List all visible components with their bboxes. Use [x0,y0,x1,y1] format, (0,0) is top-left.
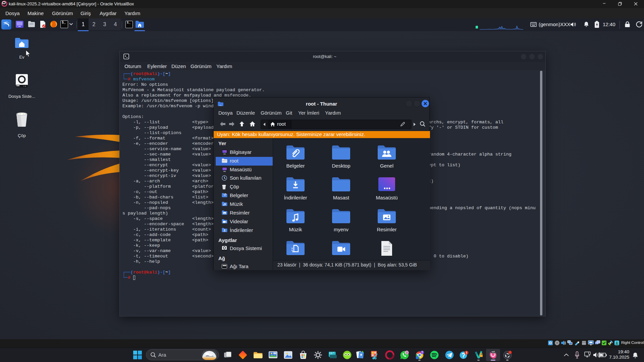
svg-text:x64: x64 [491,351,495,353]
svg-text:z: z [637,353,638,355]
svg-text:T: T [421,351,423,354]
svg-text:3: 3 [406,351,408,354]
